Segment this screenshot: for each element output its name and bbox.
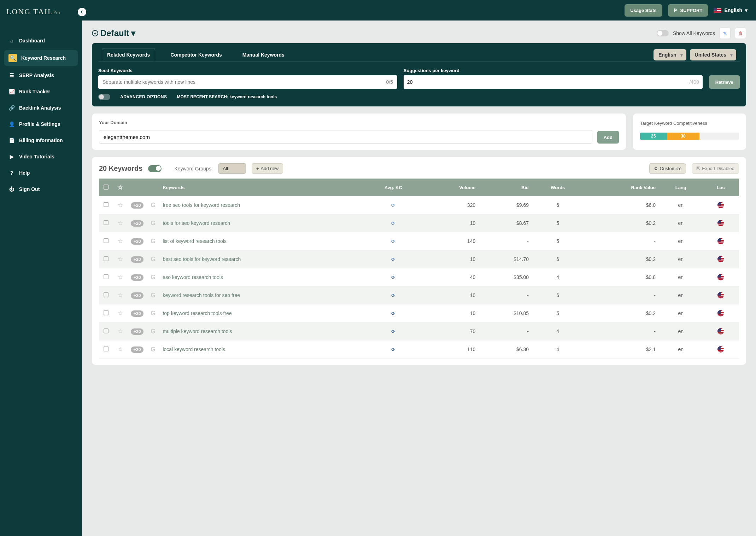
usage-stats-button[interactable]: Usage Stats xyxy=(625,4,662,17)
expand-badge[interactable]: +20 xyxy=(131,274,143,281)
google-icon[interactable]: G xyxy=(151,238,156,245)
row-checkbox[interactable] xyxy=(104,274,109,279)
competitiveness-bar[interactable]: 25 30 xyxy=(640,133,739,140)
keyword-link[interactable]: list of keyword research tools xyxy=(163,238,227,244)
expand-badge[interactable]: +20 xyxy=(131,220,143,227)
keyword-link[interactable]: local keyword research tools xyxy=(163,346,225,352)
keyword-link[interactable]: top keyword research tools free xyxy=(163,310,232,316)
google-icon[interactable]: G xyxy=(151,346,156,353)
row-checkbox[interactable] xyxy=(104,238,109,243)
star-icon[interactable]: ☆ xyxy=(117,220,123,227)
suggestions-input[interactable] xyxy=(407,79,425,85)
show-all-toggle[interactable] xyxy=(657,30,669,36)
star-icon[interactable]: ☆ xyxy=(117,346,123,353)
star-icon[interactable]: ☆ xyxy=(117,328,123,335)
star-icon[interactable]: ☆ xyxy=(117,256,123,263)
sidebar-item-video-tutorials[interactable]: ▶Video Tutorials xyxy=(4,150,78,163)
sidebar-item-serp-analysis[interactable]: ☰SERP Analysis xyxy=(4,69,78,82)
star-icon[interactable]: ☆ xyxy=(117,292,123,299)
google-icon[interactable]: G xyxy=(151,310,156,317)
seed-keywords-input[interactable] xyxy=(98,75,397,89)
expand-badge[interactable]: +20 xyxy=(131,256,143,263)
add-domain-button[interactable]: Add xyxy=(597,131,619,144)
tab-related[interactable]: Related Keywords xyxy=(102,48,155,61)
refresh-icon[interactable]: ⟳ xyxy=(391,311,395,316)
star-header-icon[interactable]: ☆ xyxy=(117,184,123,191)
language-selector[interactable]: English ▾ xyxy=(714,7,748,13)
col-lang[interactable]: Lang xyxy=(659,179,703,196)
sidebar-item-dashboard[interactable]: ⌂Dashboard xyxy=(4,34,78,47)
row-checkbox[interactable] xyxy=(104,202,109,207)
row-checkbox[interactable] xyxy=(104,310,109,315)
refresh-icon[interactable]: ⟳ xyxy=(391,203,395,208)
star-icon[interactable]: ☆ xyxy=(117,310,123,317)
refresh-icon[interactable]: ⟳ xyxy=(391,329,395,334)
keyword-link[interactable]: multiple keyword research tools xyxy=(163,328,232,334)
customize-button[interactable]: ⚙Customize xyxy=(649,163,686,174)
row-checkbox[interactable] xyxy=(104,328,109,333)
col-words[interactable]: Words xyxy=(532,179,584,196)
project-selector[interactable]: + Default ▾ xyxy=(92,28,135,38)
tab-manual[interactable]: Manual Keywords xyxy=(237,48,290,61)
sidebar-item-help[interactable]: ?Help xyxy=(4,166,78,180)
refresh-icon[interactable]: ⟳ xyxy=(391,239,395,244)
keywords-toggle[interactable] xyxy=(148,165,162,172)
tab-competitor[interactable]: Competitor Keywords xyxy=(165,48,227,61)
col-rank-value[interactable]: Rank Value xyxy=(583,179,659,196)
search-country-dropdown[interactable]: United States xyxy=(690,49,736,60)
expand-badge[interactable]: +20 xyxy=(131,346,143,353)
expand-badge[interactable]: +20 xyxy=(131,328,143,335)
cell-volume: 320 xyxy=(423,196,479,214)
edit-button[interactable]: ✎ xyxy=(719,28,731,39)
keyword-link[interactable]: keyword research tools for seo free xyxy=(163,292,240,298)
loc-flag-icon xyxy=(717,238,724,244)
keyword-link[interactable]: free seo tools for keyword research xyxy=(163,202,240,208)
row-checkbox[interactable] xyxy=(104,220,109,225)
select-all-checkbox[interactable] xyxy=(104,185,109,190)
row-checkbox[interactable] xyxy=(104,292,109,297)
google-icon[interactable]: G xyxy=(151,220,156,227)
col-volume[interactable]: Volume xyxy=(423,179,479,196)
star-icon[interactable]: ☆ xyxy=(117,274,123,281)
expand-badge[interactable]: +20 xyxy=(131,202,143,209)
refresh-icon[interactable]: ⟳ xyxy=(391,293,395,298)
refresh-icon[interactable]: ⟳ xyxy=(391,275,395,280)
star-icon[interactable]: ☆ xyxy=(117,238,123,245)
refresh-icon[interactable]: ⟳ xyxy=(391,221,395,226)
support-button[interactable]: 🏳 SUPPORT xyxy=(668,4,708,17)
keyword-link[interactable]: best seo tools for keyword research xyxy=(163,256,241,262)
keyword-groups-select[interactable]: All xyxy=(218,163,246,174)
sidebar-item-rank-tracker[interactable]: 📈Rank Tracker xyxy=(4,85,78,98)
sidebar-item-sign-out[interactable]: ⏻Sign Out xyxy=(4,182,78,196)
delete-button[interactable]: 🗑 xyxy=(735,28,746,39)
col-loc[interactable]: Loc xyxy=(702,179,739,196)
sidebar-item-billing-information[interactable]: 📄Billing Information xyxy=(4,134,78,147)
sidebar-item-backlink-analysis[interactable]: 🔗Backlink Analysis xyxy=(4,101,78,115)
row-checkbox[interactable] xyxy=(104,346,109,351)
domain-input[interactable] xyxy=(99,130,592,144)
row-checkbox[interactable] xyxy=(104,256,109,261)
refresh-icon[interactable]: ⟳ xyxy=(391,347,395,352)
google-icon[interactable]: G xyxy=(151,274,156,281)
google-icon[interactable]: G xyxy=(151,202,156,209)
expand-badge[interactable]: +20 xyxy=(131,292,143,299)
col-bid[interactable]: Bid xyxy=(479,179,532,196)
google-icon[interactable]: G xyxy=(151,292,156,299)
expand-badge[interactable]: +20 xyxy=(131,310,143,317)
star-icon[interactable]: ☆ xyxy=(117,202,123,209)
retrieve-button[interactable]: Retrieve xyxy=(709,75,740,89)
sidebar-item-profile-settings[interactable]: 👤Profile & Settings xyxy=(4,117,78,131)
refresh-icon[interactable]: ⟳ xyxy=(391,257,395,262)
col-avg-kc[interactable]: Avg. KC xyxy=(364,179,423,196)
sidebar-collapse-button[interactable] xyxy=(78,8,86,16)
google-icon[interactable]: G xyxy=(151,256,156,263)
add-new-group-button[interactable]: +Add new xyxy=(252,163,283,174)
advanced-options-toggle[interactable] xyxy=(98,94,110,100)
sidebar-item-keyword-research[interactable]: 🔍Keyword Research xyxy=(4,50,78,66)
search-language-dropdown[interactable]: English xyxy=(654,49,686,60)
col-keywords[interactable]: Keywords xyxy=(159,179,363,196)
expand-badge[interactable]: +20 xyxy=(131,238,143,245)
keyword-link[interactable]: aso keyword research tools xyxy=(163,274,223,280)
keyword-link[interactable]: tools for seo keyword research xyxy=(163,220,230,226)
google-icon[interactable]: G xyxy=(151,328,156,335)
